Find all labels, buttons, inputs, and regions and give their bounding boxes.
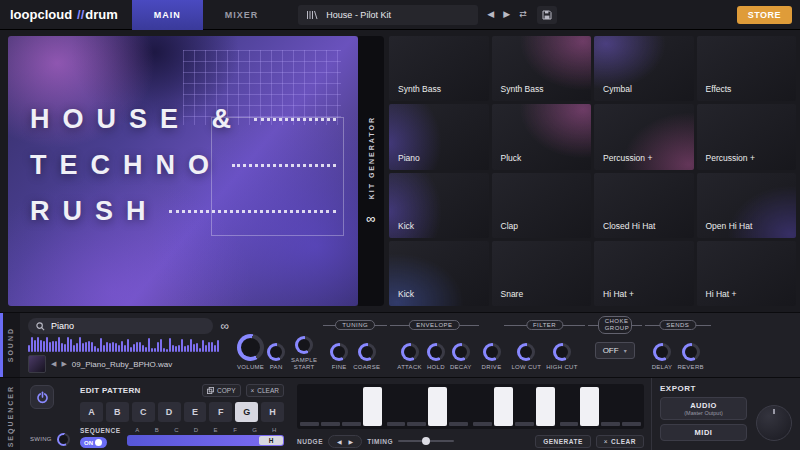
nudge-left-button[interactable]: ◀ (337, 438, 342, 445)
reverb-knob[interactable] (682, 343, 700, 361)
timing-slider-handle[interactable] (422, 437, 430, 445)
export-midi-button[interactable]: MIDI (660, 424, 747, 441)
step-cell[interactable] (560, 387, 579, 426)
clear-steps-button[interactable]: × CLEAR (596, 435, 644, 448)
pattern-editor: EDIT PATTERN COPY × CLEAR A B C D E F G … (78, 378, 290, 450)
drum-pad[interactable]: Clap (492, 173, 592, 238)
drum-pad[interactable]: Percussion + (697, 104, 797, 169)
step-cell[interactable] (321, 387, 340, 426)
preset-prev-button[interactable]: ◀ (487, 10, 494, 19)
choke-group-select[interactable]: OFF ▾ (595, 342, 635, 359)
low-cut-knob[interactable] (517, 343, 535, 361)
generate-button[interactable]: GENERATE (535, 435, 591, 448)
sequence-chip[interactable]: H (259, 436, 283, 445)
clear-icon: × (251, 387, 255, 394)
step-cell[interactable] (515, 387, 534, 426)
pad-label: Percussion + (706, 153, 755, 163)
choke-group-label: CHOKE GROUP (598, 316, 632, 334)
step-cell[interactable] (601, 387, 620, 426)
drum-pad[interactable]: Hi Hat + (697, 241, 797, 306)
prev-sample-button[interactable]: ◀ (51, 360, 56, 368)
pad-label: Clap (501, 221, 518, 231)
similar-sounds-button[interactable]: ∞ (220, 320, 229, 332)
hold-knob[interactable] (427, 343, 445, 361)
sequence-letter-row: A B C D E F G H (127, 427, 284, 433)
save-button[interactable] (537, 6, 557, 24)
step-cell[interactable] (342, 387, 361, 426)
pattern-button-a[interactable]: A (80, 402, 103, 422)
step-cell[interactable] (536, 387, 555, 426)
preset-selector[interactable]: House - Pilot Kit (298, 5, 478, 25)
drum-pad[interactable]: Percussion + (594, 104, 694, 169)
pattern-button-g[interactable]: G (235, 402, 258, 422)
album-art (28, 355, 46, 373)
step-cell[interactable] (622, 387, 641, 426)
sequence-on-toggle[interactable]: ON (80, 437, 107, 448)
swing-knob[interactable] (57, 433, 70, 446)
export-audio-button[interactable]: AUDIO (Master Output) (660, 397, 747, 420)
sample-start-knob[interactable] (295, 336, 313, 354)
copy-pattern-button[interactable]: COPY (202, 384, 240, 397)
attack-knob[interactable] (401, 343, 419, 361)
step-cell[interactable] (473, 387, 492, 426)
volume-knob[interactable] (237, 334, 264, 361)
drum-pad[interactable]: Pluck (492, 104, 592, 169)
kit-generator-button[interactable]: KIT GENERATOR ∞ (358, 36, 384, 306)
decay-knob[interactable] (452, 343, 470, 361)
drive-knob[interactable] (483, 343, 501, 361)
pattern-button-c[interactable]: C (132, 402, 155, 422)
drum-pad[interactable]: Effects (697, 36, 797, 101)
fine-knob[interactable] (330, 343, 348, 361)
delay-knob[interactable] (653, 343, 671, 361)
export-dial[interactable] (756, 405, 792, 441)
drum-pad[interactable]: Kick (389, 173, 489, 238)
drum-pad[interactable]: Synth Bass (389, 36, 489, 101)
drum-pad[interactable]: Cymbal (594, 36, 694, 101)
step-cell[interactable] (580, 387, 599, 426)
step-cell[interactable] (300, 387, 319, 426)
step-cell[interactable] (363, 387, 382, 426)
drum-pad[interactable]: Kick (389, 241, 489, 306)
power-button[interactable] (30, 385, 54, 409)
sequence-label: SEQUENCE (80, 427, 120, 434)
preset-next-button[interactable]: ▶ (503, 10, 510, 19)
tab-main[interactable]: MAIN (132, 0, 203, 30)
step-cell[interactable] (428, 387, 447, 426)
tab-sound[interactable]: SOUND (0, 313, 20, 377)
export-title: EXPORT (660, 384, 792, 393)
pad-label: Snare (501, 289, 524, 299)
waveform[interactable] (28, 337, 229, 352)
pattern-button-e[interactable]: E (184, 402, 207, 422)
nudge-right-button[interactable]: ▶ (349, 438, 354, 445)
step-cell[interactable] (387, 387, 406, 426)
pattern-button-f[interactable]: F (209, 402, 232, 422)
tab-sequencer[interactable]: SEQUENCER (0, 378, 20, 450)
step-cell[interactable] (449, 387, 468, 426)
drum-pad[interactable]: Snare (492, 241, 592, 306)
pattern-button-b[interactable]: B (106, 402, 129, 422)
next-sample-button[interactable]: ▶ (61, 360, 66, 368)
sequence-timeline[interactable]: H (127, 435, 284, 446)
pattern-button-h[interactable]: H (261, 402, 284, 422)
sequence-letter: C (167, 427, 187, 433)
shuffle-icon[interactable]: ⇄ (519, 10, 527, 19)
logo-product: drum (85, 7, 118, 22)
drum-pad[interactable]: Open Hi Hat (697, 173, 797, 238)
pattern-button-d[interactable]: D (158, 402, 181, 422)
timing-slider[interactable] (398, 440, 454, 442)
clear-pattern-button[interactable]: × CLEAR (246, 384, 284, 397)
store-button[interactable]: STORE (737, 6, 792, 24)
coarse-knob[interactable] (358, 343, 376, 361)
step-cell[interactable] (407, 387, 426, 426)
drum-pad[interactable]: Closed Hi Hat (594, 173, 694, 238)
search-field[interactable]: Piano (28, 318, 213, 334)
drum-pad[interactable]: Piano (389, 104, 489, 169)
drum-pad[interactable]: Synth Bass (492, 36, 592, 101)
artwork-title: HOUSE & TECHNO RUSH (30, 104, 336, 242)
fine-label: FINE (332, 364, 347, 371)
step-cell[interactable] (494, 387, 513, 426)
high-cut-knob[interactable] (553, 343, 571, 361)
tab-mixer[interactable]: MIXER (203, 0, 281, 30)
drum-pad[interactable]: Hi Hat + (594, 241, 694, 306)
pan-knob[interactable] (267, 343, 285, 361)
